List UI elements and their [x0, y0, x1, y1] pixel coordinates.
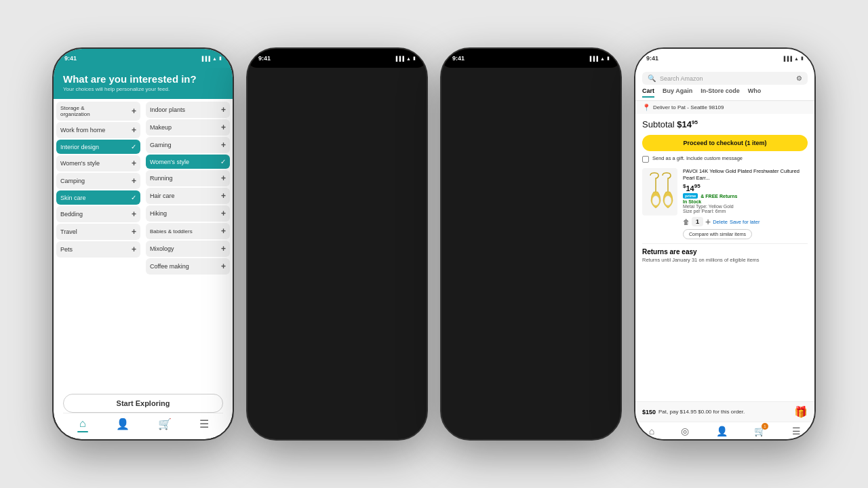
add-icon-hiking[interactable]: +: [221, 209, 226, 218]
add-icon-mixology[interactable]: +: [221, 244, 226, 253]
search-icon: 🔍: [648, 75, 656, 82]
returns-title: Returns are easy: [642, 248, 808, 256]
interest-item-plants[interactable]: Indoor plants +: [146, 102, 230, 118]
tab-who[interactable]: Who: [748, 87, 762, 98]
nav-underline-1: [77, 431, 88, 432]
nav4-cart[interactable]: 🛒 1: [754, 426, 766, 436]
interest-item-babies[interactable]: Babies & toddlers +: [146, 223, 230, 239]
item-details: PAVOI 14K Yellow Gold Plated Freshwater …: [683, 168, 808, 239]
settings-icon[interactable]: ⚙: [796, 75, 802, 82]
add-icon-coffee[interactable]: +: [221, 262, 226, 271]
nav4-menu[interactable]: ☰: [792, 426, 801, 436]
phone-4-screen: 9:41 ▐▐▐ ▲ ▮ 🔍 Search Amazon ⚙ Cart Buy …: [635, 49, 814, 439]
amazon-tabs: Cart Buy Again In-Store code Who: [642, 87, 808, 98]
svg-point-10: [652, 196, 659, 205]
pat-price: $150: [642, 409, 656, 415]
interest-item-bedding[interactable]: Bedding +: [56, 206, 140, 222]
interest-item-hiking[interactable]: Hiking +: [146, 205, 230, 222]
add-icon-running[interactable]: +: [221, 174, 226, 183]
interests-col-right: Indoor plants + Makeup + Gaming + Women'…: [143, 99, 233, 388]
time-2: 9:41: [258, 55, 271, 62]
signal-icon: ▐▐▐: [200, 56, 210, 61]
search-bar[interactable]: 🔍 Search Amazon ⚙: [642, 72, 808, 85]
cart-item: PAVOI 14K Yellow Gold Plated Freshwater …: [642, 168, 808, 239]
interest-item-coffee[interactable]: Coffee making +: [146, 258, 230, 274]
signal-3-icon: ▐▐▐: [588, 56, 598, 61]
interest-item-gaming[interactable]: Gaming +: [146, 137, 230, 153]
interest-item-interior[interactable]: Interior design ✓: [56, 140, 140, 154]
interest-item-hair[interactable]: Hair care +: [146, 188, 230, 204]
checkout-button[interactable]: Proceed to checkout (1 item): [642, 135, 808, 151]
delete-icon[interactable]: 🗑: [683, 218, 690, 226]
add-icon-bedding[interactable]: +: [132, 209, 136, 219]
add-icon-hair[interactable]: +: [221, 191, 226, 201]
status-bar-2: 9:41 ▐▐▐ ▲ ▮: [248, 49, 427, 68]
status-icons-3: ▐▐▐ ▲ ▮: [588, 56, 610, 61]
add-icon-gaming[interactable]: +: [221, 140, 226, 150]
save-link[interactable]: Save for later: [730, 219, 760, 225]
start-exploring-button[interactable]: Start Exploring: [63, 394, 223, 413]
interest-item-camping[interactable]: Camping +: [56, 173, 140, 189]
nav4-person[interactable]: 👤: [716, 426, 728, 436]
status-icons-4: ▐▐▐ ▲ ▮: [782, 56, 804, 61]
add-icon-camping[interactable]: +: [132, 176, 136, 186]
delete-link[interactable]: Delete: [713, 219, 728, 225]
location-icon: 📍: [642, 104, 650, 111]
status-bar-4: 9:41 ▐▐▐ ▲ ▮: [635, 49, 814, 68]
size-detail: Size per Pearl: 6mm: [683, 209, 808, 214]
prime-small: prime: [683, 193, 698, 199]
wifi-icon: ▲: [212, 56, 217, 61]
wifi-4-icon: ▲: [794, 56, 799, 61]
add-icon-makeup[interactable]: +: [221, 123, 226, 132]
add-icon-babies[interactable]: +: [221, 226, 226, 236]
interest-item-running[interactable]: Running +: [146, 170, 230, 186]
phone-3-screen: 9:41 ▐▐▐ ▲ ▮ Inspire ⊞ Neutrallyashlan: [441, 49, 620, 68]
interests-grid: Storage &organization + Work from home +…: [54, 99, 233, 388]
pat-text: Pat, pay $14.95 $0.00 for this order.: [658, 409, 791, 415]
check-icon-interior: ✓: [131, 143, 136, 150]
deliver-bar: 📍 Deliver to Pat - Seattle 98109: [635, 101, 814, 114]
time-4: 9:41: [646, 55, 658, 62]
interests-title: What are you interested in?: [63, 73, 223, 85]
tab-cart[interactable]: Cart: [642, 87, 654, 98]
interest-item-womens-l[interactable]: Women's style +: [56, 155, 140, 171]
bottom-nav-4: ⌂ ◎ 👤 🛒 1 ☰: [635, 422, 814, 439]
nav-menu-1[interactable]: ☰: [199, 418, 209, 432]
battery-2-icon: ▮: [413, 56, 416, 61]
add-icon-pets[interactable]: +: [132, 245, 136, 254]
quantity-box[interactable]: 1: [692, 217, 703, 226]
compare-button[interactable]: Compare with similar items: [683, 229, 752, 239]
plus-icon[interactable]: +: [705, 216, 711, 227]
nav-home-1[interactable]: ⌂: [77, 418, 88, 432]
interest-item-pets[interactable]: Pets +: [56, 241, 140, 258]
status-icons-2: ▐▐▐ ▲ ▮: [394, 56, 416, 61]
returns-section: Returns are easy Returns until January 3…: [642, 243, 808, 263]
interest-item-mixology[interactable]: Mixology +: [146, 241, 230, 257]
metal-detail: Metal Type: Yellow Gold: [683, 204, 808, 209]
add-icon-storage[interactable]: +: [132, 106, 136, 116]
status-icons-1: ▐▐▐ ▲ ▮: [200, 56, 222, 61]
add-icon-plants[interactable]: +: [221, 105, 226, 115]
wifi-3-icon: ▲: [600, 56, 605, 61]
nav-person-1[interactable]: 👤: [116, 418, 130, 432]
item-earring-image: [644, 170, 676, 214]
add-icon-travel[interactable]: +: [132, 227, 136, 237]
nav4-home[interactable]: ⌂: [649, 426, 654, 436]
nav4-inspire[interactable]: ◎: [681, 426, 689, 436]
add-icon-work[interactable]: +: [132, 125, 136, 135]
interest-item-skin[interactable]: Skin care ✓: [56, 190, 140, 205]
gift-checkbox[interactable]: [642, 156, 649, 163]
status-bar-3: 9:41 ▐▐▐ ▲ ▮: [441, 49, 620, 68]
interest-item-travel[interactable]: Travel +: [56, 224, 140, 240]
interest-item-womens-r[interactable]: Women's style ✓: [146, 155, 230, 169]
interest-item-storage[interactable]: Storage &organization +: [56, 102, 140, 121]
item-image: [642, 168, 677, 216]
interests-header: What are you interested in? Your choices…: [54, 68, 233, 99]
tab-in-store[interactable]: In-Store code: [701, 87, 740, 98]
interest-item-makeup[interactable]: Makeup +: [146, 119, 230, 136]
nav-cart-1[interactable]: 🛒: [158, 418, 172, 432]
add-icon-womens-l[interactable]: +: [132, 159, 136, 168]
interest-item-work[interactable]: Work from home +: [56, 122, 140, 138]
tab-buy-again[interactable]: Buy Again: [663, 87, 692, 98]
battery-3-icon: ▮: [607, 56, 610, 61]
